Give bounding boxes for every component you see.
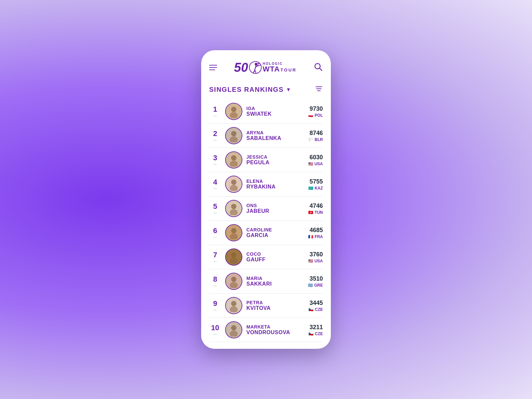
- country-code: TUN: [315, 210, 323, 215]
- menu-button[interactable]: [209, 65, 217, 70]
- rank-number-col: 6 —: [209, 227, 221, 239]
- svg-line-9: [320, 68, 322, 70]
- player-info: PETRA KVITOVA: [246, 300, 305, 311]
- table-row[interactable]: 7 — COCO GAUFF 3760 🇺🇸 USA: [209, 245, 323, 269]
- rank-number: 6: [209, 227, 221, 234]
- rank-number: 1: [209, 106, 221, 113]
- player-last-name: RYBAKINA: [246, 184, 304, 190]
- table-row[interactable]: 9 — PETRA KVITOVA 3445 🇨🇿 CZE: [209, 294, 323, 318]
- avatar-silhouette: [227, 323, 240, 336]
- rank-number: 10: [209, 324, 221, 332]
- table-row[interactable]: 3 — JESSICA PEGULA 6030 🇺🇸 USA: [209, 148, 323, 172]
- table-row[interactable]: 1 — IGA SWIATEK 9730 🇵🇱 POL: [209, 99, 323, 124]
- svg-point-26: [230, 258, 238, 264]
- points-col: 3510 🇬🇷 GRE: [308, 275, 323, 288]
- country-row: 🇺🇸 USA: [308, 259, 323, 263]
- table-row[interactable]: 10 — MARKETA VONDROUSOVA 3211 🇨🇿 CZE: [209, 318, 323, 342]
- player-last-name: KVITOVA: [246, 305, 305, 311]
- filter-icon: [315, 85, 323, 93]
- avatar-silhouette: [227, 202, 240, 215]
- svg-point-23: [231, 228, 236, 233]
- avatar-silhouette: [227, 129, 240, 142]
- rank-number: 7: [209, 251, 221, 259]
- wta-logo: 50 HOLOGIC: [234, 60, 297, 75]
- table-row[interactable]: 6 — CAROLINE GARCIA 4685 🇫🇷 FRA: [209, 221, 323, 245]
- avatar-silhouette: [227, 178, 240, 191]
- country-row: 🇬🇷 GRE: [308, 283, 323, 288]
- flag-emoji: 🇰🇿: [308, 186, 313, 191]
- country-row: 🇹🇳 TUN: [308, 210, 323, 215]
- player-last-name: SABALENKA: [246, 135, 304, 141]
- svg-point-28: [230, 282, 238, 288]
- country-row: 🏳️ BLR: [308, 137, 323, 142]
- player-first-name: COCO: [246, 251, 304, 257]
- rank-change: —: [209, 162, 221, 166]
- avatar: [225, 248, 242, 266]
- search-button[interactable]: [314, 62, 323, 73]
- svg-point-18: [230, 161, 238, 167]
- svg-point-27: [231, 277, 236, 282]
- phone-frame: 50 HOLOGIC: [201, 50, 331, 349]
- country-row: 🇺🇸 USA: [308, 162, 323, 166]
- table-row[interactable]: 5 — ONS JABEUR 4746 🇹🇳 TUN: [209, 197, 323, 221]
- flag-emoji: 🇺🇸: [308, 259, 313, 263]
- player-info: ARYNA SABALENKA: [246, 130, 304, 141]
- rank-number: 9: [209, 300, 221, 307]
- rank-change: —: [209, 259, 221, 263]
- player-info: MARKETA VONDROUSOVA: [246, 324, 305, 335]
- points-value: 5755: [308, 178, 323, 185]
- country-code: USA: [315, 259, 323, 263]
- rank-number: 3: [209, 154, 221, 162]
- rank-number-col: 9 —: [209, 300, 221, 312]
- points-value: 4685: [308, 227, 323, 234]
- points-value: 4746: [308, 202, 323, 209]
- player-first-name: JESSICA: [246, 154, 304, 160]
- flag-emoji: 🏳️: [308, 137, 313, 142]
- rank-number-col: 3 —: [209, 154, 221, 166]
- flag-emoji: 🇫🇷: [308, 234, 313, 239]
- filter-button[interactable]: [315, 85, 323, 94]
- avatar: [225, 321, 242, 338]
- country-code: CZE: [315, 332, 323, 336]
- svg-point-16: [230, 136, 238, 142]
- svg-point-32: [230, 331, 238, 336]
- points-col: 4685 🇫🇷 FRA: [308, 227, 323, 239]
- section-title-row[interactable]: SINGLES RANKINGS ▾: [209, 86, 290, 93]
- player-last-name: SAKKARI: [246, 281, 304, 287]
- player-last-name: GAUFF: [246, 257, 304, 263]
- flag-emoji: 🇨🇿: [309, 307, 314, 312]
- points-value: 9730: [308, 105, 323, 112]
- rank-change: —: [209, 284, 221, 287]
- avatar-silhouette: [227, 153, 240, 167]
- rank-number-col: 7 —: [209, 251, 221, 263]
- rank-change: —: [209, 332, 221, 336]
- player-last-name: GARCIA: [246, 232, 304, 238]
- rank-change: —: [209, 187, 221, 190]
- country-code: POL: [315, 113, 323, 118]
- svg-point-22: [230, 209, 238, 215]
- player-info: ELENA RYBAKINA: [246, 179, 304, 190]
- search-icon: [314, 62, 323, 71]
- points-value: 3760: [308, 251, 323, 258]
- rank-change: —: [209, 235, 221, 239]
- avatar: [225, 151, 242, 169]
- points-col: 9730 🇵🇱 POL: [308, 105, 323, 118]
- country-row: 🇨🇿 CZE: [309, 332, 323, 336]
- avatar: [225, 176, 242, 193]
- player-first-name: ARYNA: [246, 130, 304, 135]
- avatar-silhouette: [227, 226, 240, 239]
- svg-line-4: [255, 70, 256, 73]
- country-row: 🇫🇷 FRA: [308, 234, 323, 239]
- avatar-silhouette: [227, 299, 240, 312]
- phone-inner: 50 HOLOGIC: [201, 50, 331, 349]
- player-first-name: MARKETA: [246, 324, 305, 330]
- player-last-name: PEGULA: [246, 160, 304, 166]
- country-code: KAZ: [315, 186, 323, 191]
- avatar-silhouette: [227, 275, 240, 288]
- table-row[interactable]: 2 — ARYNA SABALENKA 8746 🏳️ BLR: [209, 124, 323, 148]
- player-last-name: SWIATEK: [246, 111, 304, 117]
- avatar: [225, 297, 242, 314]
- table-row[interactable]: 4 — ELENA RYBAKINA 5755 🇰🇿 KAZ: [209, 172, 323, 197]
- chevron-down-icon[interactable]: ▾: [287, 86, 290, 93]
- table-row[interactable]: 8 — MARIA SAKKARI 3510 🇬🇷 GRE: [209, 269, 323, 294]
